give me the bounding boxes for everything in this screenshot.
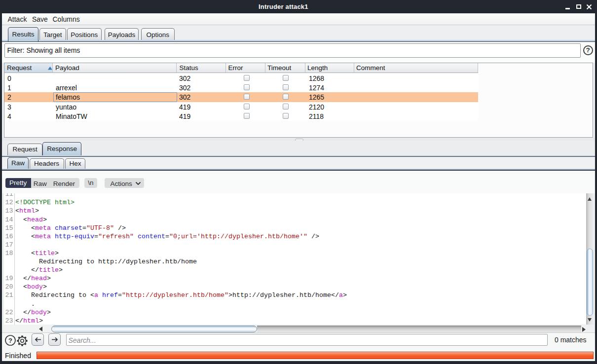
svg-text:?: ?	[8, 336, 12, 344]
